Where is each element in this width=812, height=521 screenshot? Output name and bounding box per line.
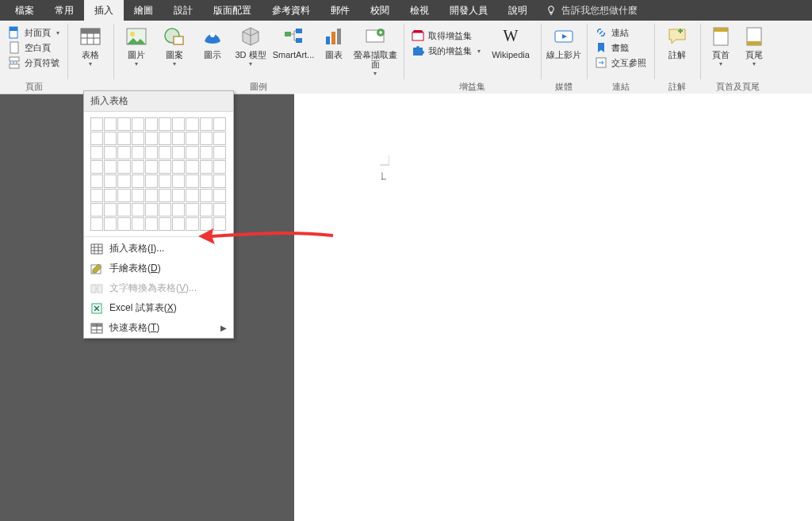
grid-cell[interactable] xyxy=(172,160,185,174)
table-size-grid[interactable] xyxy=(84,112,233,235)
tab-layout[interactable]: 版面配置 xyxy=(203,0,262,21)
grid-cell[interactable] xyxy=(159,160,171,174)
grid-cell[interactable] xyxy=(172,174,185,188)
tab-references[interactable]: 參考資料 xyxy=(262,0,320,21)
grid-cell[interactable] xyxy=(145,189,158,202)
grid-cell[interactable] xyxy=(159,146,171,159)
grid-cell[interactable] xyxy=(117,174,130,188)
grid-cell[interactable] xyxy=(117,160,130,174)
document-canvas[interactable] xyxy=(294,94,812,521)
grid-cell[interactable] xyxy=(90,217,103,231)
grid-cell[interactable] xyxy=(159,132,171,145)
grid-cell[interactable] xyxy=(104,174,117,188)
grid-cell[interactable] xyxy=(200,174,213,188)
grid-cell[interactable] xyxy=(159,117,171,131)
tab-developer[interactable]: 開發人員 xyxy=(439,0,498,21)
quick-tables-item[interactable]: 快速表格(T) ▶ xyxy=(84,318,233,338)
tab-insert[interactable]: 插入 xyxy=(84,0,124,21)
grid-cell[interactable] xyxy=(159,203,171,216)
tab-design[interactable]: 設計 xyxy=(163,0,203,21)
grid-cell[interactable] xyxy=(213,189,226,202)
grid-cell[interactable] xyxy=(200,217,213,231)
grid-cell[interactable] xyxy=(200,160,213,174)
grid-cell[interactable] xyxy=(117,217,130,231)
grid-cell[interactable] xyxy=(145,174,158,188)
draw-table-item[interactable]: 手繪表格(D) xyxy=(84,259,233,278)
grid-cell[interactable] xyxy=(117,146,130,159)
comment-button[interactable]: 註解 xyxy=(659,24,695,61)
grid-cell[interactable] xyxy=(172,146,185,159)
page-break-button[interactable]: 分頁符號 xyxy=(5,56,63,70)
grid-cell[interactable] xyxy=(213,146,226,159)
grid-cell[interactable] xyxy=(117,117,130,131)
wikipedia-button[interactable]: W Wikipedia xyxy=(485,24,536,61)
grid-cell[interactable] xyxy=(132,160,144,174)
tab-mailings[interactable]: 郵件 xyxy=(320,0,360,21)
grid-cell[interactable] xyxy=(186,132,198,145)
table-button[interactable]: 表格 ▾ xyxy=(72,24,109,68)
icons-button[interactable]: 圖示 xyxy=(194,24,231,61)
grid-cell[interactable] xyxy=(132,174,144,188)
grid-cell[interactable] xyxy=(186,117,198,131)
grid-cell[interactable] xyxy=(186,203,198,216)
grid-cell[interactable] xyxy=(172,132,185,145)
grid-cell[interactable] xyxy=(132,189,144,202)
grid-cell[interactable] xyxy=(104,160,117,174)
grid-cell[interactable] xyxy=(200,132,213,145)
bookmark-button[interactable]: 書籤 xyxy=(592,40,649,55)
my-addins-button[interactable]: 我的增益集▾ xyxy=(408,44,484,58)
grid-cell[interactable] xyxy=(213,117,226,131)
grid-cell[interactable] xyxy=(117,132,130,145)
grid-cell[interactable] xyxy=(200,189,213,202)
grid-cell[interactable] xyxy=(213,217,226,231)
smartart-button[interactable]: SmartArt... xyxy=(270,24,316,61)
grid-cell[interactable] xyxy=(132,146,144,159)
online-video-button[interactable]: 線上影片 xyxy=(546,24,582,61)
grid-cell[interactable] xyxy=(213,203,226,216)
grid-cell[interactable] xyxy=(186,174,198,188)
grid-cell[interactable] xyxy=(90,132,103,145)
grid-cell[interactable] xyxy=(186,189,198,202)
grid-cell[interactable] xyxy=(159,189,171,202)
grid-cell[interactable] xyxy=(90,174,103,188)
screenshot-button[interactable]: 螢幕擷取畫面▾ xyxy=(351,24,399,78)
3d-models-button[interactable]: 3D 模型▾ xyxy=(232,24,269,68)
grid-cell[interactable] xyxy=(104,203,117,216)
chart-button[interactable]: 圖表 xyxy=(318,24,350,61)
grid-cell[interactable] xyxy=(213,132,226,145)
grid-cell[interactable] xyxy=(145,146,158,159)
tab-file[interactable]: 檔案 xyxy=(5,0,44,21)
grid-cell[interactable] xyxy=(213,174,226,188)
get-addins-button[interactable]: 取得增益集 xyxy=(408,29,484,43)
cover-page-button[interactable]: 封面頁▾ xyxy=(5,25,63,40)
tab-draw[interactable]: 繪圖 xyxy=(124,0,163,21)
grid-cell[interactable] xyxy=(213,160,226,174)
header-button[interactable]: 頁首▾ xyxy=(705,24,737,68)
grid-cell[interactable] xyxy=(186,146,198,159)
tab-view[interactable]: 檢視 xyxy=(400,0,439,21)
grid-cell[interactable] xyxy=(186,160,198,174)
grid-cell[interactable] xyxy=(104,132,117,145)
grid-cell[interactable] xyxy=(90,189,103,202)
grid-cell[interactable] xyxy=(159,217,171,231)
shapes-button[interactable]: 圖案▾ xyxy=(156,24,193,68)
grid-cell[interactable] xyxy=(200,146,213,159)
grid-cell[interactable] xyxy=(186,217,198,231)
grid-cell[interactable] xyxy=(200,203,213,216)
tab-review[interactable]: 校閱 xyxy=(360,0,400,21)
link-button[interactable]: 連結 xyxy=(592,25,649,40)
tell-me-search[interactable]: 告訴我您想做什麼 xyxy=(538,0,645,21)
grid-cell[interactable] xyxy=(145,132,158,145)
grid-cell[interactable] xyxy=(172,203,185,216)
grid-cell[interactable] xyxy=(145,203,158,216)
grid-cell[interactable] xyxy=(200,117,213,131)
grid-cell[interactable] xyxy=(117,203,130,216)
grid-cell[interactable] xyxy=(104,146,117,159)
cross-reference-button[interactable]: 交互參照 xyxy=(592,56,649,70)
footer-button[interactable]: 頁尾▾ xyxy=(738,24,770,68)
grid-cell[interactable] xyxy=(117,189,130,202)
grid-cell[interactable] xyxy=(132,203,144,216)
insert-table-item[interactable]: 插入表格(I)... xyxy=(84,239,233,259)
tab-help[interactable]: 說明 xyxy=(498,0,538,21)
grid-cell[interactable] xyxy=(132,132,144,145)
